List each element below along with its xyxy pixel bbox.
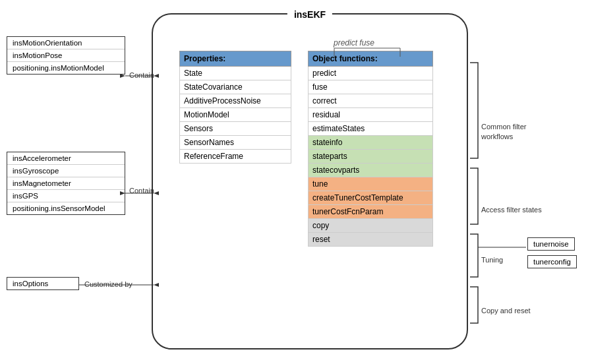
function-item: fuse — [308, 80, 433, 94]
function-item: statecovparts — [308, 164, 433, 177]
property-item: Sensors — [179, 122, 291, 136]
motion-box-items: insMotionOrientationinsMotionPosepositio… — [7, 37, 125, 74]
functions-list: predictfusecorrectresidualestimateStates… — [308, 67, 433, 247]
function-item: stateinfo — [308, 136, 433, 150]
properties-header: Properties: — [179, 51, 291, 67]
sensor-box-item: insGPS — [7, 190, 125, 202]
function-item: residual — [308, 108, 433, 122]
property-item: State — [179, 67, 291, 80]
function-item: estimateStates — [308, 122, 433, 136]
sensor-box-item: insAccelerometer — [7, 152, 125, 165]
function-item: createTunerCostTemplate — [308, 191, 433, 205]
common-filter-label: Common filterworkflows — [481, 122, 560, 142]
functions-section: Object functions: predictfusecorrectresi… — [308, 51, 433, 247]
tuning-label: Tuning — [481, 256, 503, 264]
tunernoise-box: tunernoise — [527, 237, 575, 251]
contain-label-1: Contain — [129, 71, 154, 79]
function-item: correct — [308, 94, 433, 108]
sensor-box-item: insGyroscope — [7, 165, 125, 177]
contain-label-2: Contain — [129, 187, 154, 195]
property-item: StateCovariance — [179, 80, 291, 94]
function-item: reset — [308, 233, 433, 247]
function-item: stateparts — [308, 150, 433, 164]
property-item: ReferenceFrame — [179, 150, 291, 164]
sensor-box: insAccelerometerinsGyroscopeinsMagnetome… — [7, 152, 125, 215]
copy-reset-label: Copy and reset — [481, 307, 531, 315]
motion-box-item: positioning.insMotionModel — [7, 62, 125, 74]
diagram: insEKF Properties: StateStateCovarianceA… — [0, 0, 590, 364]
insekf-title: insEKF — [287, 9, 332, 20]
tunerconfig-box: tunerconfig — [527, 255, 577, 268]
motion-box: insMotionOrientationinsMotionPosepositio… — [7, 36, 125, 75]
customized-label: Customized by — [84, 280, 133, 288]
property-item: MotionModel — [179, 108, 291, 122]
access-filter-label: Access filter states — [481, 206, 542, 214]
motion-box-item: insMotionPose — [7, 49, 125, 62]
insekf-box: insEKF Properties: StateStateCovarianceA… — [152, 13, 468, 349]
properties-list: StateStateCovarianceAdditiveProcessNoise… — [179, 67, 291, 164]
property-item: SensorNames — [179, 136, 291, 150]
options-box: insOptions — [7, 277, 79, 290]
property-item: AdditiveProcessNoise — [179, 94, 291, 108]
properties-section: Properties: StateStateCovarianceAdditive… — [179, 51, 291, 164]
options-box-items: insOptions — [7, 278, 78, 289]
sensor-box-items: insAccelerometerinsGyroscopeinsMagnetome… — [7, 152, 125, 214]
sensor-box-item: insMagnetometer — [7, 177, 125, 190]
function-item: copy — [308, 219, 433, 233]
predict-fuse-bracket — [328, 45, 473, 58]
motion-box-item: insMotionOrientation — [7, 37, 125, 49]
function-item: tunerCostFcnParam — [308, 205, 433, 219]
function-item: predict — [308, 67, 433, 80]
function-item: tune — [308, 177, 433, 191]
options-box-item: insOptions — [7, 278, 78, 289]
sensor-box-item: positioning.insSensorModel — [7, 202, 125, 214]
